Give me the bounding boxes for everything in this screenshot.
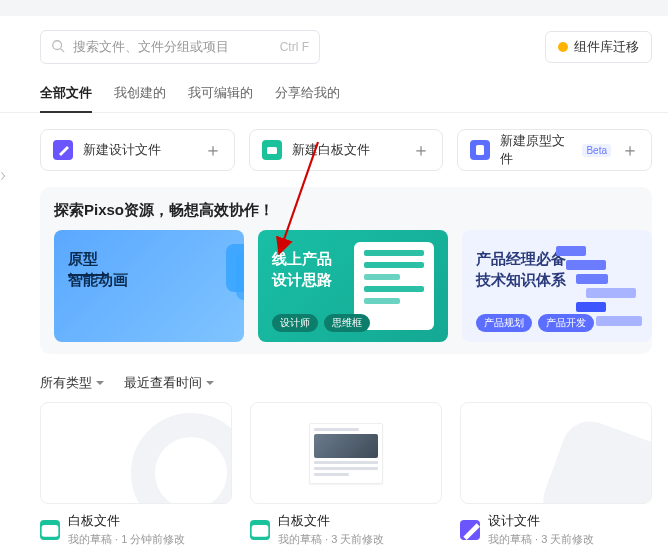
file-subtitle: 我的草稿 · 1 分钟前修改 [68,532,185,547]
file-name: 白板文件 [278,512,384,530]
resource-card-online-design[interactable]: 线上产品 设计思路 设计师 思维框 [258,230,448,342]
resource-hero: 探索Pixso资源，畅想高效协作！ 原型 智能动画 线上产品 [40,187,652,354]
tab-shared-with-me[interactable]: 分享给我的 [275,78,340,112]
plus-icon: ＋ [204,141,222,159]
resource-card-pm-knowledge[interactable]: 产品经理必备 技术知识体系 产品规划 产品开发 [462,230,652,342]
svg-rect-4 [42,525,59,537]
svg-rect-5 [252,525,269,537]
new-design-file-button[interactable]: 新建设计文件 ＋ [40,129,235,171]
hero-title: 探索Pixso资源，畅想高效协作！ [54,201,638,220]
new-design-file-label: 新建设计文件 [83,141,161,159]
tab-created-by-me[interactable]: 我创建的 [114,78,166,112]
svg-rect-3 [476,145,484,155]
design-file-icon [53,140,73,160]
svg-line-1 [61,48,65,52]
file-subtitle: 我的草稿 · 3 天前修改 [488,532,594,547]
file-subtitle: 我的草稿 · 3 天前修改 [278,532,384,547]
files-grid: 白板文件 我的草稿 · 1 分钟前修改 白板文件 我的草稿 · 3 [40,402,652,547]
file-card[interactable]: 白板文件 我的草稿 · 3 天前修改 [250,402,442,547]
new-prototype-file-label: 新建原型文件 [500,132,576,168]
filters-row: 所有类型 最近查看时间 [40,374,652,392]
filter-type-dropdown[interactable]: 所有类型 [40,374,104,392]
window-topbar [0,0,668,16]
design-file-icon [460,520,480,540]
component-migrate-button[interactable]: 组件库迁移 [545,31,652,63]
filter-sort-dropdown[interactable]: 最近查看时间 [124,374,214,392]
chevron-down-icon [96,381,104,389]
search-input[interactable]: 搜索文件、文件分组或项目 Ctrl F [40,30,320,64]
new-whiteboard-file-label: 新建白板文件 [292,141,370,159]
arrow-icon [68,274,108,276]
file-card[interactable]: 白板文件 我的草稿 · 1 分钟前修改 [40,402,232,547]
resource-card-prototype[interactable]: 原型 智能动画 [54,230,244,342]
file-thumbnail [250,402,442,504]
search-placeholder: 搜索文件、文件分组或项目 [73,38,272,56]
file-name: 设计文件 [488,512,594,530]
migrate-label: 组件库迁移 [574,38,639,56]
whiteboard-file-icon [40,520,60,540]
whiteboard-file-icon [262,140,282,160]
header: 搜索文件、文件分组或项目 Ctrl F 组件库迁移 [0,16,668,72]
file-thumbnail [40,402,232,504]
sidebar-expand-handle[interactable] [0,168,10,184]
migrate-status-icon [558,42,568,52]
tab-all-files[interactable]: 全部文件 [40,78,92,112]
svg-point-0 [53,40,62,49]
whiteboard-file-icon [250,520,270,540]
chevron-down-icon [206,381,214,389]
new-whiteboard-file-button[interactable]: 新建白板文件 ＋ [249,129,444,171]
tab-editable[interactable]: 我可编辑的 [188,78,253,112]
plus-icon: ＋ [621,141,639,159]
search-shortcut: Ctrl F [280,40,309,54]
create-row: 新建设计文件 ＋ 新建白板文件 ＋ 新建原型文件 Beta ＋ [40,129,652,171]
search-icon [51,39,65,56]
plus-icon: ＋ [412,141,430,159]
file-tabs: 全部文件 我创建的 我可编辑的 分享给我的 [0,72,668,113]
new-prototype-file-button[interactable]: 新建原型文件 Beta ＋ [457,129,652,171]
file-thumbnail [460,402,652,504]
file-card[interactable]: 设计文件 我的草稿 · 3 天前修改 [460,402,652,547]
file-name: 白板文件 [68,512,185,530]
beta-badge: Beta [582,144,611,157]
prototype-file-icon [470,140,490,160]
svg-rect-2 [267,147,277,154]
